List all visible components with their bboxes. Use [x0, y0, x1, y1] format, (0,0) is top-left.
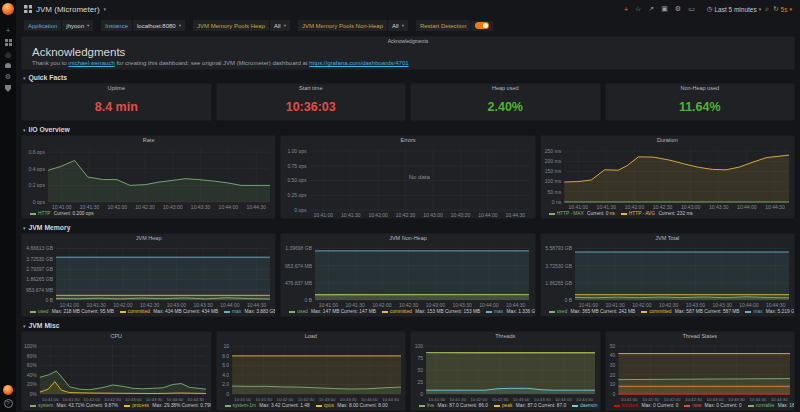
row-header-quick-facts[interactable]: ▾Quick Facts: [21, 72, 795, 83]
chart-plot[interactable]: 108.06.04.02.0010:41:0010:41:3010:42:001…: [217, 341, 406, 402]
chart-plot[interactable]: 1.39698 GB953.674 MB476.837 MB0 B10:41:0…: [281, 243, 534, 308]
restart-detection-switch[interactable]: [475, 22, 489, 29]
chart-plot[interactable]: 100755025010:41:0010:41:3010:42:0010:42:…: [411, 341, 600, 402]
legend-item[interactable]: HTTP - AVG Current: 232 ms: [621, 211, 693, 216]
legend-item[interactable]: used Max: 218 MB Current: 95 MB: [30, 309, 114, 314]
svg-text:80%: 80%: [27, 353, 38, 359]
chart-plot[interactable]: 100%80%60%40%20%0%10:41:0010:41:3010:42:…: [22, 341, 211, 402]
refresh-picker[interactable]: ↻ 5s ▾: [773, 5, 792, 13]
zoom-out-icon[interactable]: ⌕: [765, 5, 769, 13]
save-icon[interactable]: ▣: [661, 5, 668, 13]
legend-item[interactable]: system Max: 43.71% Current: 9.87%: [30, 403, 118, 408]
panel-title[interactable]: CPU: [22, 332, 211, 341]
alerting-bell-icon[interactable]: [5, 63, 11, 68]
share-icon[interactable]: ↗: [648, 5, 654, 13]
legend-item[interactable]: committed Max: 587 MB Current: 587 MB: [641, 309, 739, 314]
panel-title[interactable]: Errors: [281, 136, 534, 145]
chart-plot[interactable]: 5.58793 GB3.72530 GB1.86265 GB0 B10:41:0…: [541, 243, 794, 308]
legend-item[interactable]: max Max: 5.219 GB Current: 5.219 GB: [745, 309, 794, 314]
legend-series-name: max: [232, 309, 241, 314]
variable-value-dropdown[interactable]: All▾: [270, 20, 290, 31]
panel-title[interactable]: Start time: [217, 84, 406, 93]
panel-title[interactable]: Uptime: [22, 84, 211, 93]
svg-text:10:44:30: 10:44:30: [770, 397, 787, 402]
legend-item[interactable]: daemon Max: 9.0 Current: 8.0: [572, 403, 599, 408]
legend-item[interactable]: committed Max: 153 MB Current: 153 MB: [382, 309, 480, 314]
panel-title[interactable]: Heap used: [411, 84, 600, 93]
grafana-logo[interactable]: [2, 3, 14, 15]
legend-item[interactable]: system-1m Max: 3.42 Current: 1.48: [225, 403, 310, 408]
dashboard-title-caret-icon[interactable]: ▾: [104, 6, 107, 12]
panel-title[interactable]: Load: [217, 332, 406, 341]
chart-plot[interactable]: 5040302010010:41:0010:41:3010:42:0010:42…: [606, 341, 795, 402]
help-icon[interactable]: ?: [4, 399, 13, 408]
plus-icon[interactable]: +: [6, 27, 10, 34]
legend-item[interactable]: cpus Max: 8.00 Current: 8.00: [316, 403, 388, 408]
cycle-view-icon[interactable]: ▭: [688, 5, 695, 13]
dashboard-settings-icon[interactable]: ⚙: [675, 5, 681, 13]
dashboard-title[interactable]: JVM (Micrometer): [36, 5, 100, 14]
legend-marker: [30, 405, 36, 407]
chart-plot[interactable]: 4.66613 GB3.72530 GB2.79397 GB1.86265 GB…: [22, 243, 275, 308]
dashboard-link[interactable]: https://grafana.com/dashboards/4701: [309, 60, 408, 66]
dashboards-icon[interactable]: [5, 39, 12, 46]
chart-plot[interactable]: 250 ms200 ms150 ms100 ms50 ms0 ns10:41:0…: [541, 145, 794, 210]
panel-title[interactable]: Threads: [411, 332, 600, 341]
legend-item[interactable]: committed Max: 434 MB Current: 434 MB: [120, 309, 218, 314]
svg-text:10:41:00: 10:41:00: [428, 397, 445, 402]
variable-label: JVM Memory Pools Non-Heap: [298, 20, 387, 31]
panel-title[interactable]: JVM Heap: [22, 234, 275, 243]
legend-item[interactable]: used Max: 147 MB Current: 147 MB: [289, 309, 376, 314]
chart-plot[interactable]: 0.6 ops0.4 ops0.2 ops0 ops10:41:0010:41:…: [22, 145, 275, 210]
row-header-io-overview[interactable]: ▾I/O Overview: [21, 124, 795, 135]
chart-legend: HTTP - MAX Current: 0 nsHTTP - AVG Curre…: [541, 210, 794, 218]
time-range-picker[interactable]: ◷ Last 5 minutes ▾: [707, 5, 761, 13]
panel-title[interactable]: Acknowledgments: [22, 38, 794, 44]
svg-text:10:44:00: 10:44:00: [219, 204, 239, 210]
panel-title[interactable]: Rate: [22, 136, 275, 145]
variable-value-dropdown[interactable]: jhyoon▾: [62, 20, 93, 31]
svg-text:10:42:00: 10:42:00: [369, 212, 389, 218]
variable-value-dropdown[interactable]: All▾: [388, 20, 408, 31]
panel-title[interactable]: JVM Total: [541, 234, 794, 243]
legend-item[interactable]: used Max: 365 MB Current: 242 MB: [549, 309, 636, 314]
svg-text:1.86265 GB: 1.86265 GB: [26, 276, 53, 282]
legend-item[interactable]: live Max: 87.0 Current: 86.0: [419, 403, 488, 408]
legend-item[interactable]: HTTP Current: 0.200 ops: [30, 211, 94, 216]
legend-item[interactable]: process Max: 29.38% Current: 0.79%: [124, 403, 210, 408]
ack-heading: Acknowledgments: [32, 46, 784, 58]
row-header-jvm-misc[interactable]: ▾JVM Misc: [21, 320, 795, 331]
legend-item[interactable]: runnable Max: 16 Current: 16: [748, 403, 794, 408]
legend-item[interactable]: blocked Max: 0 Current: 0: [614, 403, 679, 408]
legend-item[interactable]: HTTP - MAX Current: 0 ns: [549, 211, 615, 216]
svg-text:10:43:00: 10:43:00: [125, 397, 142, 402]
panel-title[interactable]: Duration: [541, 136, 794, 145]
stat-value: 11.64%: [606, 93, 795, 120]
variable-value-dropdown[interactable]: localhost:8080▾: [133, 20, 185, 31]
legend-marker: [621, 213, 627, 215]
legend-item[interactable]: peak Max: 87.0 Current: 87.0: [494, 403, 566, 408]
legend-marker: [120, 311, 126, 313]
chart-plot[interactable]: 1.00 ops0.75 ops0.50 ops0.25 ops0 ops10:…: [281, 145, 534, 218]
add-panel-icon[interactable]: +: [624, 6, 628, 13]
legend-series-name: blocked: [622, 403, 639, 408]
row-header-jvm-memory[interactable]: ▾JVM Memory: [21, 222, 795, 233]
panel-load: Load108.06.04.02.0010:41:0010:41:3010:42…: [216, 331, 407, 411]
explore-icon[interactable]: ◎: [5, 51, 11, 58]
chart-legend: blocked Max: 0 Current: 0new Max: 0 Curr…: [606, 402, 795, 410]
legend-item[interactable]: max Max: 3.883 GB Current: 3.883 GB: [224, 309, 275, 314]
sidebar-menu: +◎⚙: [5, 27, 12, 92]
server-admin-shield-icon[interactable]: [5, 85, 11, 92]
user-avatar[interactable]: [3, 385, 13, 395]
panel-title[interactable]: Thread States: [606, 332, 795, 341]
svg-text:10:42:30: 10:42:30: [659, 302, 679, 308]
legend-item[interactable]: max Max: 1.336 GB Current: 1.336 GB: [486, 309, 535, 314]
svg-text:10:44:00: 10:44:00: [749, 397, 766, 402]
legend-item[interactable]: new Max: 0 Current: 0: [684, 403, 741, 408]
author-link[interactable]: michael weirauch: [68, 60, 114, 66]
panel-title[interactable]: JVM Non-Heap: [281, 234, 534, 243]
settings-gear-icon[interactable]: ⚙: [5, 73, 11, 80]
panel-title[interactable]: Non-Heap used: [606, 84, 795, 93]
svg-text:1.86265 GB: 1.86265 GB: [545, 280, 572, 286]
star-icon[interactable]: ☆: [635, 5, 641, 13]
